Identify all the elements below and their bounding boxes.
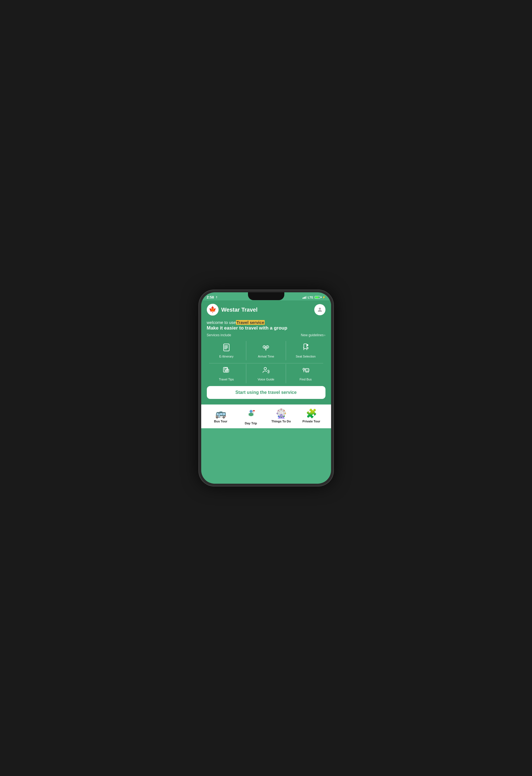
- service-voice-guide[interactable]: Voice Guide: [246, 364, 286, 383]
- phone-screen: 2:58 LTE ⚡: [201, 292, 331, 484]
- welcome-section: welcome to useTravel service Make it eas…: [207, 320, 326, 337]
- arrival-icon: [262, 343, 270, 354]
- nav-tab-bus-tour[interactable]: 🚌 Bus Tour: [206, 409, 236, 423]
- welcome-line1: welcome to useTravel service: [207, 320, 326, 325]
- service-travel-tips[interactable]: Travel Tips: [207, 364, 246, 383]
- lte-label: LTE: [308, 296, 314, 299]
- nav-tab-label-things-to-do: Things To Do: [272, 420, 291, 423]
- app-title: Westar Travel: [221, 307, 258, 313]
- things-to-do-icon: 🎡: [276, 409, 287, 418]
- nav-tabs: 🚌 Bus Tour: [206, 409, 327, 425]
- cta-label: Start using the travel service: [235, 390, 297, 395]
- service-find-bus[interactable]: Find Bus: [286, 364, 326, 383]
- service-label-find-bus: Find Bus: [300, 378, 312, 381]
- day-trip-icon: [246, 409, 256, 420]
- nav-tab-label-private-tour: Private Tour: [303, 420, 320, 423]
- svg-point-24: [303, 368, 305, 370]
- nav-tab-label-bus-tour: Bus Tour: [214, 420, 227, 423]
- day-trip-svg: [246, 409, 256, 418]
- service-label-arrival: Arrival Time: [258, 355, 274, 358]
- services-grid-row2: Travel Tips Voice Guide: [207, 364, 326, 383]
- user-avatar-button[interactable]: [314, 304, 326, 315]
- svg-point-30: [249, 410, 252, 413]
- svg-rect-31: [249, 413, 252, 416]
- service-label-tips: Travel Tips: [219, 378, 234, 381]
- bottom-nav-area: 🚌 Bus Tour: [201, 404, 331, 428]
- signal-icon: [303, 296, 307, 299]
- battery-icon: ⚡: [315, 296, 326, 299]
- svg-point-9: [224, 349, 225, 349]
- service-label-voice: Voice Guide: [258, 378, 274, 381]
- row-divider: [209, 363, 323, 363]
- service-arrival-time[interactable]: Arrival Time: [246, 341, 286, 360]
- service-label-itinerary: E-Itinerary: [219, 355, 233, 358]
- user-icon: [317, 307, 323, 313]
- service-seat-selection[interactable]: Seat Selection: [286, 341, 326, 360]
- logo-circle: 🍁: [207, 304, 218, 316]
- svg-rect-32: [248, 413, 249, 416]
- service-label-seat: Seat Selection: [296, 355, 316, 358]
- services-label: Services include: [207, 333, 231, 337]
- find-bus-icon: [302, 366, 310, 377]
- nav-tab-private-tour[interactable]: 🧩 Private Tour: [296, 409, 327, 423]
- status-time: 2:58: [207, 295, 218, 299]
- cta-button[interactable]: Start using the travel service: [207, 386, 326, 399]
- private-tour-icon: 🧩: [306, 409, 317, 418]
- svg-rect-33: [252, 413, 253, 416]
- tips-icon: [222, 366, 230, 377]
- app-header: 🍁 Westar Travel: [207, 304, 326, 316]
- svg-point-29: [308, 372, 308, 373]
- location-icon: [215, 296, 218, 299]
- itinerary-icon: [222, 343, 230, 354]
- svg-point-8: [224, 348, 225, 348]
- nav-tab-label-day-trip: Day Trip: [245, 422, 257, 425]
- travel-service-highlight: Travel service: [236, 320, 265, 325]
- logo-area: 🍁 Westar Travel: [207, 304, 258, 316]
- welcome-line2: Make it easier to travel with a group: [207, 325, 326, 331]
- svg-point-6: [224, 346, 225, 346]
- bus-tour-icon: 🚌: [215, 409, 226, 418]
- voice-icon: [262, 366, 270, 377]
- svg-rect-35: [253, 410, 255, 411]
- svg-point-23: [264, 367, 267, 370]
- services-grid-row1: E-Itinerary: [207, 341, 326, 360]
- status-icons: LTE ⚡: [303, 296, 326, 299]
- service-e-itinerary[interactable]: E-Itinerary: [207, 341, 246, 360]
- nav-tab-day-trip[interactable]: Day Trip: [236, 409, 266, 425]
- green-content-area: 🍁 Westar Travel wel: [201, 301, 331, 404]
- svg-point-28: [306, 372, 307, 373]
- nav-tab-things-to-do[interactable]: 🎡 Things To Do: [266, 409, 296, 423]
- guidelines-link[interactable]: New guidelines ›: [301, 333, 325, 337]
- svg-point-0: [319, 308, 321, 310]
- phone-frame: 2:58 LTE ⚡: [199, 290, 333, 486]
- svg-point-7: [224, 346, 225, 347]
- services-row: Services include New guidelines ›: [207, 333, 326, 337]
- svg-point-15: [307, 344, 308, 346]
- svg-rect-1: [224, 344, 229, 351]
- logo-emoji: 🍁: [209, 306, 216, 313]
- notch: [248, 292, 284, 300]
- seat-icon: [302, 343, 310, 354]
